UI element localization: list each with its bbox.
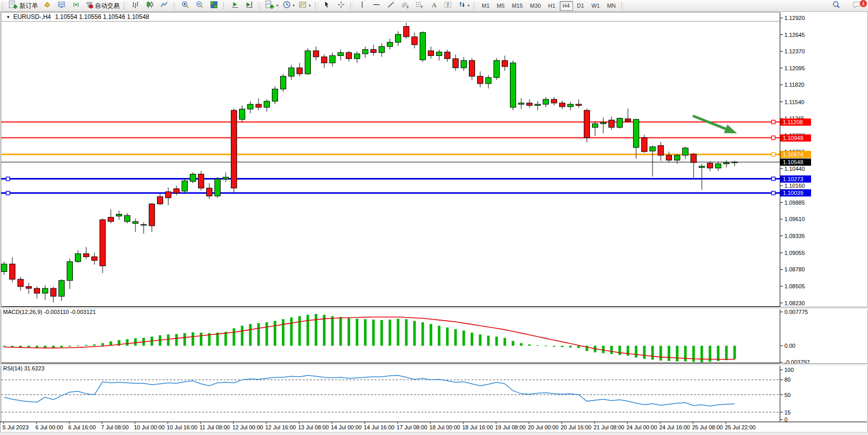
equidistant-channel-button[interactable]: E — [398, 0, 412, 11]
arrows-button[interactable]: ▾ — [456, 0, 472, 11]
date-label: 25 Jul 22:00 — [725, 424, 756, 430]
text-icon: A — [430, 1, 438, 11]
channel-icon: E — [401, 1, 409, 11]
price-tick-1.08230: 1.08230 — [784, 300, 805, 306]
vertical-line-icon — [358, 1, 366, 11]
rsi-label: RSI(14) 31.6223 — [3, 365, 45, 371]
svg-text:T: T — [446, 2, 449, 8]
line-chart-icon — [160, 1, 168, 11]
date-label: 14 Jul 00:00 — [331, 424, 362, 430]
timeframe-mn-button[interactable]: MN — [604, 1, 619, 11]
date-label: 6 Jul 00:00 — [35, 424, 63, 430]
chart-window[interactable] — [0, 11, 868, 432]
fibonacci-button[interactable]: F — [412, 0, 427, 11]
timeframe-w1-button[interactable]: W1 — [588, 1, 603, 11]
timeframe-d1-button[interactable]: D1 — [574, 1, 587, 11]
autotrading-button[interactable]: 自动交易 — [83, 0, 122, 11]
arrows-icon — [458, 1, 466, 11]
date-label: 12 Jul 00:00 — [232, 424, 263, 430]
market-watch-icon — [43, 1, 51, 11]
chart-shift-button[interactable] — [242, 0, 257, 11]
timeframe-m15-button[interactable]: M15 — [509, 1, 526, 11]
label-button[interactable]: T — [441, 0, 456, 11]
bar-chart-button[interactable] — [128, 0, 143, 11]
timeframe-h4-button[interactable]: H4 — [560, 1, 573, 11]
cursor-button[interactable] — [320, 0, 334, 11]
bar-chart-icon — [131, 1, 140, 11]
toolbar-separator — [259, 2, 261, 10]
timeframe-m5-button[interactable]: M5 — [494, 1, 507, 11]
window-bottom-edge — [0, 432, 868, 435]
date-label: 12 Jul 16:00 — [265, 424, 296, 430]
rsi-tick-50: 50 — [784, 392, 791, 398]
search-button[interactable] — [829, 0, 843, 11]
templates-button[interactable]: ▾ — [297, 0, 313, 11]
price-tick-1.09610: 1.09610 — [784, 216, 805, 222]
new-order-button-label: 新订单 — [19, 2, 38, 10]
zoom-out-button[interactable] — [192, 0, 207, 11]
pane-separator-rsi[interactable] — [0, 363, 868, 366]
timeframe-h1-button[interactable]: H1 — [545, 1, 558, 11]
line-price-label-1.11208[interactable]: 1.11208 — [780, 118, 811, 126]
line-price-label-1.10273[interactable]: 1.10273 — [780, 175, 811, 183]
timeframe-m30-button[interactable]: M30 — [527, 1, 544, 11]
crosshair-button[interactable] — [334, 0, 348, 11]
toolbar-group-trade: 新订单自动交易 — [7, 0, 122, 11]
date-label: 21 Jul 08:00 — [594, 424, 624, 430]
toolbar-group-timeframes: M1M5M15M30H1H4D1W1MN — [478, 0, 619, 11]
pane-separator-macd[interactable] — [0, 307, 868, 309]
market-watch-button[interactable] — [40, 0, 54, 11]
toolbar-group-pointer — [320, 0, 348, 11]
date-label: 18 Jul 16:00 — [462, 424, 493, 430]
line-price-label-1.10949[interactable]: 1.10949 — [780, 134, 811, 142]
date-label: 11 Jul 08:00 — [200, 424, 230, 430]
periods-button[interactable]: ▾ — [281, 0, 297, 11]
toolbar-separator — [474, 2, 476, 10]
dropdown-caret-icon: ▾ — [309, 4, 311, 8]
date-label: 13 Jul 08:00 — [298, 424, 329, 430]
zoom-in-button[interactable] — [178, 0, 192, 11]
line-chart-button[interactable] — [157, 0, 171, 11]
line-price-label-1.10039[interactable]: 1.10039 — [780, 189, 811, 196]
toolbar-group-scroll — [228, 0, 257, 11]
indicators-button[interactable]: ▾ — [263, 0, 281, 11]
toolbar-group-zoom — [178, 0, 221, 11]
vertical-line-button[interactable] — [355, 0, 369, 11]
rsi-value: 31.6223 — [24, 365, 45, 371]
price-tick-1.10160: 1.10160 — [784, 183, 805, 189]
trendline-button[interactable] — [384, 0, 398, 11]
tile-windows-button[interactable] — [207, 0, 221, 11]
date-label: 25 Jul 08:00 — [692, 424, 723, 430]
ohlc-values: 1.10554 1.10556 1.10546 1.10548 — [55, 13, 149, 21]
price-tick-1.09335: 1.09335 — [784, 233, 805, 239]
toolbar-separator — [2, 2, 5, 10]
timeframe-m1-button[interactable]: M1 — [479, 1, 492, 11]
label-icon: T — [444, 1, 452, 11]
date-label: 17 Jul 08:00 — [397, 424, 427, 430]
notifications-button[interactable]: 1 — [850, 0, 864, 11]
new-order-button[interactable]: 新订单 — [7, 0, 40, 11]
indicators-icon — [265, 1, 274, 11]
rsi-tick-100: 100 — [784, 367, 794, 373]
crosshair-icon — [337, 1, 345, 11]
rsi-tick-15: 15 — [784, 409, 791, 416]
chart-title: ▼EURUSD-,H41.10554 1.10556 1.10546 1.105… — [6, 13, 149, 21]
search-icon — [832, 1, 840, 11]
periods-icon — [283, 1, 291, 11]
line-price-label-1.10548[interactable]: 1.10548 — [780, 159, 811, 166]
candlestick-button[interactable] — [143, 0, 157, 11]
macd-tick-max: 0.007775 — [784, 309, 808, 315]
line-price-label-1.10674[interactable]: 1.10674 — [780, 151, 811, 158]
horizontal-line-button[interactable] — [369, 0, 384, 11]
text-button[interactable]: A — [427, 0, 441, 11]
date-label: 10 Jul 00:00 — [134, 424, 165, 430]
header-divider — [1, 21, 780, 22]
rsi-tick-80: 80 — [784, 377, 791, 383]
date-label: 10 Jul 16:00 — [167, 424, 198, 430]
data-window-button[interactable] — [54, 0, 69, 11]
data-window-icon — [57, 1, 66, 11]
date-label: 5 Jul 2023 — [3, 424, 29, 430]
strategy-tester-button[interactable] — [69, 0, 83, 11]
auto-scroll-button[interactable] — [228, 0, 242, 11]
horizontal-line-icon — [372, 1, 381, 11]
